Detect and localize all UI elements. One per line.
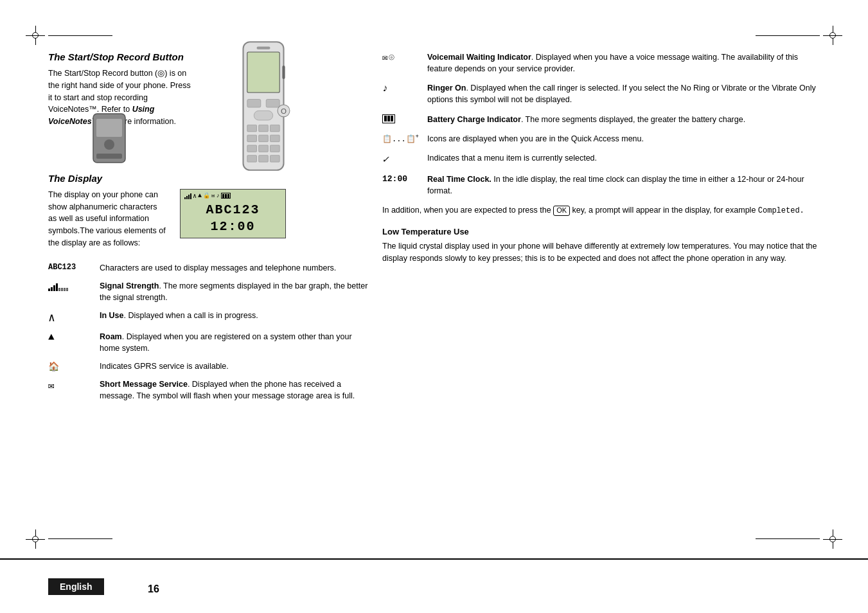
svg-text:O: O: [281, 107, 287, 115]
svg-rect-24: [282, 66, 285, 79]
display-body-text: The display on your phone can show alpha…: [48, 189, 167, 249]
svg-rect-19: [247, 155, 257, 163]
page-number: 16: [148, 583, 159, 595]
symbol-abc-desc: Characters are used to display messages …: [100, 262, 369, 274]
rule-top-left: [48, 35, 112, 36]
svg-rect-9: [254, 111, 272, 120]
completed-example: Completed.: [758, 206, 804, 215]
symbol-signal-desc: Signal Strength. The more segments displ…: [100, 280, 369, 303]
svg-rect-16: [247, 145, 257, 152]
start-stop-section: The Start/Stop Record Button The Start/S…: [48, 51, 369, 128]
signal-bars-icon: [48, 281, 68, 291]
quick-access-icons: 📋...📋+: [382, 134, 419, 144]
svg-rect-20: [259, 155, 269, 163]
symbol-quickaccess-desc: Icons are displayed when you are in the …: [427, 133, 820, 145]
right-column: ✉⦾ Voicemail Waiting Indicator. Displaye…: [382, 51, 820, 265]
bottom-bar: English 16: [0, 558, 868, 613]
svg-rect-5: [247, 52, 279, 93]
phone-icon-svg: [90, 112, 128, 164]
lcd-battery-icon: [221, 193, 231, 199]
svg-rect-3: [96, 154, 122, 159]
battery-charge-icon: [382, 114, 395, 123]
symbol-row-battery: Battery Charge Indicator. The more segme…: [382, 114, 820, 125]
symbol-clock-icon: 12:00: [382, 173, 427, 184]
symbol-row-ringer: ♪ Ringer On. Displayed when the call rin…: [382, 82, 820, 105]
phone-image-large: O: [209, 39, 318, 173]
low-temp-title: Low Temperature Use: [382, 227, 820, 236]
svg-rect-14: [259, 135, 269, 142]
symbol-row-inuse: ∧ In Use. Displayed when a call is in pr…: [48, 310, 369, 324]
symbol-battery-desc: Battery Charge Indicator. The more segme…: [427, 114, 820, 125]
lcd-ringer-icon: ♪: [216, 193, 219, 199]
right-symbol-table: ✉⦾ Voicemail Waiting Indicator. Displaye…: [382, 51, 820, 197]
symbol-roam-icon: ▲: [48, 331, 100, 343]
symbol-checkmark-desc: Indicates that a menu item is currently …: [427, 152, 820, 164]
symbol-voicemail-icon: ✉⦾: [382, 51, 427, 63]
svg-rect-21: [270, 155, 280, 163]
ok-prompt-text: In addition, when you are expected to pr…: [382, 206, 553, 215]
svg-rect-6: [257, 47, 270, 49]
svg-rect-8: [266, 100, 279, 108]
rule-top-right: [756, 35, 820, 36]
symbol-inuse-desc: In Use. Displayed when a call is in prog…: [100, 310, 369, 321]
language-badge: English: [48, 578, 104, 595]
symbol-ringer-desc: Ringer On. Displayed when the call ringe…: [427, 82, 820, 105]
lcd-in-use-icon: ∧: [193, 192, 197, 200]
main-content: The Start/Stop Record Button The Start/S…: [48, 51, 820, 555]
display-title: The Display: [48, 173, 369, 184]
symbol-gprs-desc: Indicates GPRS service is available.: [100, 360, 369, 372]
svg-rect-13: [247, 135, 257, 142]
svg-rect-11: [259, 125, 269, 132]
lcd-lock-icon: 🔒: [203, 192, 210, 199]
lcd-line2: 12:00: [184, 218, 281, 235]
symbol-signal-icon: [48, 280, 100, 291]
phone-large-svg: O: [209, 39, 318, 173]
lcd-roam-icon: ▲: [198, 192, 202, 199]
lcd-mockup: ∧ ▲ 🔒 ✉ ♪ ABC123: [180, 189, 286, 238]
symbol-row-roam: ▲ Roam. Displayed when you are registere…: [48, 331, 369, 354]
symbol-sms-icon: ✉: [48, 378, 100, 392]
low-temp-section: Low Temperature Use The liquid crystal d…: [382, 227, 820, 265]
symbol-gprs-icon: 🏠: [48, 360, 100, 372]
symbol-quickaccess-icon: 📋...📋+: [382, 133, 427, 144]
symbol-roam-desc: Roam. Displayed when you are registered …: [100, 331, 369, 354]
symbol-row-voicemail: ✉⦾ Voicemail Waiting Indicator. Displaye…: [382, 51, 820, 75]
symbol-row-clock: 12:00 Real Time Clock. In the idle displ…: [382, 173, 820, 197]
display-description: The display on your phone can show alpha…: [48, 189, 167, 249]
svg-rect-18: [270, 145, 280, 152]
svg-rect-17: [259, 145, 269, 152]
lcd-display-container: ∧ ▲ 🔒 ✉ ♪ ABC123: [180, 189, 286, 238]
symbol-abc-icon: ABC123: [48, 262, 100, 272]
crosshair-bottom-right: [823, 529, 842, 549]
symbol-battery-icon: [382, 114, 427, 123]
svg-rect-2: [104, 139, 114, 150]
lcd-main-display: ABC123 12:00: [184, 202, 281, 235]
ok-prompt-suffix: key, a prompt will appear in the display…: [572, 206, 758, 215]
svg-rect-7: [247, 100, 261, 108]
lcd-signal-icon: [184, 193, 191, 199]
display-section: The Display The display on your phone ca…: [48, 173, 369, 402]
ok-key-badge: OK: [553, 206, 570, 216]
svg-rect-10: [247, 125, 257, 132]
symbol-clock-desc: Real Time Clock. In the idle display, th…: [427, 173, 820, 197]
symbol-row-quickaccess: 📋...📋+ Icons are displayed when you are …: [382, 133, 820, 145]
symbol-row-abc: ABC123 Characters are used to display me…: [48, 262, 369, 274]
crosshair-top-right: [823, 26, 842, 45]
symbol-checkmark-icon: ✓: [382, 152, 427, 166]
symbol-row-gprs: 🏠 Indicates GPRS service is available.: [48, 360, 369, 372]
ok-prompt: In addition, when you are expected to pr…: [382, 204, 820, 217]
symbol-row-sms: ✉ Short Message Service. Displayed when …: [48, 378, 369, 402]
symbol-sms-desc: Short Message Service. Displayed when th…: [100, 378, 369, 402]
low-temp-body: The liquid crystal display used in your …: [382, 240, 820, 265]
symbol-row-checkmark: ✓ Indicates that a menu item is currentl…: [382, 152, 820, 166]
symbol-row-signal: Signal Strength. The more segments displ…: [48, 280, 369, 303]
crosshair-top-left: [26, 26, 45, 45]
phone-icon-small: [90, 112, 128, 164]
lcd-msg-icon: ✉: [211, 192, 215, 199]
svg-rect-1: [96, 119, 122, 137]
crosshair-bottom-left: [26, 529, 45, 549]
symbol-voicemail-desc: Voicemail Waiting Indicator. Displayed w…: [427, 51, 820, 75]
symbol-inuse-icon: ∧: [48, 310, 100, 324]
svg-rect-12: [270, 125, 280, 132]
lcd-top-icons: ∧ ▲ 🔒 ✉ ♪: [184, 192, 281, 200]
